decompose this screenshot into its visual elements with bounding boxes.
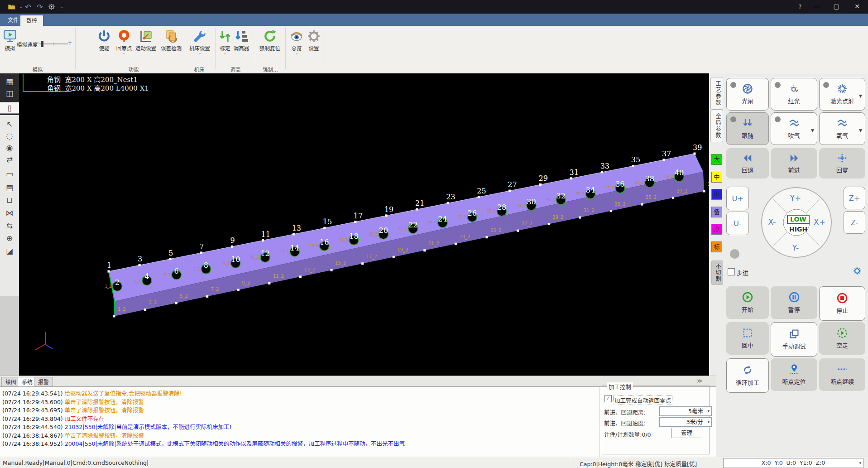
cursor-icon[interactable]: ↖	[0, 119, 19, 130]
svg-text:17_2: 17_2	[339, 238, 348, 242]
dropdown-caret-icon[interactable]: ▼	[811, 128, 814, 133]
layer-swatch-1[interactable]: 大	[711, 154, 722, 165]
manage-button[interactable]: 管理	[671, 428, 702, 438]
circle-tool-icon[interactable]: ◉	[0, 142, 19, 153]
settings-gear-icon[interactable]	[47, 2, 56, 11]
simulate-button[interactable]: 模拟	[2, 29, 18, 52]
layer-swatch-4[interactable]: 备	[711, 207, 722, 217]
control-dashplay-button[interactable]: 空走	[819, 322, 865, 355]
layer-swatch-3[interactable]: 小	[711, 189, 722, 200]
ribbon-button-gear[interactable]: 设置	[300, 29, 327, 52]
control-stop-button[interactable]: 停止	[819, 286, 865, 321]
motion-movecross-button[interactable]: 回零	[819, 148, 865, 179]
jog-u-plus-button[interactable]: U+	[726, 187, 749, 210]
motion-fwd-button[interactable]: 前进	[771, 148, 817, 179]
auto-return-label[interactable]: 加工完成自动返回零点	[613, 396, 672, 405]
mirror-icon[interactable]: ⋈	[0, 207, 19, 218]
dropdown-caret-icon[interactable]: ⌄	[224, 52, 227, 55]
layer-swatch-6[interactable]: 标	[711, 241, 722, 252]
jog-speed-low-toggle[interactable]: LOW	[787, 215, 810, 224]
grid-view-icon[interactable]: ▦	[0, 76, 19, 87]
measure-icon[interactable]: ▯	[0, 102, 19, 113]
gear-dropdown-icon[interactable]: ⌄	[57, 2, 66, 11]
undo-icon[interactable]: ↶	[24, 2, 33, 11]
dashes-icon[interactable]: ▤	[0, 182, 19, 193]
jog-z-minus-button[interactable]: Z-	[844, 211, 865, 234]
status-coords-select[interactable]: X:0 Y:0 U:0 Y1:0 Z:0 ▾	[723, 458, 863, 468]
ribbon-button-wrench[interactable]: 机床设置⌄	[186, 29, 213, 55]
dropdown-caret-icon[interactable]: ▼	[859, 128, 862, 133]
merge-arrows-icon[interactable]: ⇄	[0, 154, 19, 165]
control-loop-button[interactable]: 循环加工	[726, 358, 769, 393]
log-expand-icon[interactable]: ≫	[696, 377, 703, 384]
close-button[interactable]: ✕	[849, 0, 865, 13]
jog-y-plus-button[interactable]: Y+	[790, 193, 801, 203]
tab-no-cut[interactable]: 不切割	[711, 261, 723, 285]
jog-x-plus-button[interactable]: X+	[814, 217, 825, 227]
ribbon-button-err[interactable]: 误差检测	[158, 29, 185, 52]
control-dashrect-button[interactable]: 回中	[726, 322, 769, 355]
retreat-distance-select[interactable]: 5毫米	[659, 406, 712, 416]
dropdown-caret-icon[interactable]: ⌄	[123, 52, 126, 55]
open-file-icon[interactable]	[7, 2, 16, 11]
sim-speed-slider-track[interactable]	[39, 43, 68, 44]
jog-y-minus-button[interactable]: Y-	[792, 243, 799, 252]
jog-u-minus-button[interactable]: U-	[726, 212, 749, 235]
tab-nc[interactable]: 数控	[20, 15, 43, 26]
layer-swatch-2[interactable]: 中	[711, 172, 722, 183]
ribbon-group-label: 强制...	[263, 66, 278, 73]
layer-swatch-5[interactable]: 点	[711, 224, 722, 235]
toggle-aperture-0[interactable]: 光闸	[726, 78, 769, 111]
toggle-wind-5[interactable]: 氧气▼	[819, 112, 865, 145]
cube-3d-icon[interactable]: ◫	[0, 88, 19, 99]
ribbon-button-reset[interactable]: 强制复位	[256, 29, 283, 52]
control-pin-button[interactable]: 断点定位	[771, 358, 817, 391]
svg-text:36: 36	[615, 180, 624, 188]
align-split-icon[interactable]: ⇆	[0, 220, 19, 231]
svg-text:21_2: 21_2	[398, 227, 407, 231]
rectangle-icon[interactable]: ▭	[0, 169, 19, 179]
toggle-arr2down-3[interactable]: 跟随	[726, 112, 769, 145]
ribbon-button-motion[interactable]: 运动设置	[132, 29, 159, 52]
viewport-3d[interactable]: 角钢 宽200 X 高200_Nest1 角钢 宽200 X 高200 L400…	[19, 73, 709, 376]
maximize-button[interactable]: ▢	[829, 0, 844, 13]
viewport-corner-mark-v	[23, 74, 24, 91]
jog-settings-gear-icon[interactable]	[853, 267, 861, 275]
motion-rew-button[interactable]: 回退	[726, 148, 769, 179]
eraser-icon[interactable]: ◪	[0, 246, 19, 256]
control-dashline-button[interactable]: 断点继续	[819, 358, 865, 391]
toggle-burst-2[interactable]: 激光点射▼	[819, 78, 865, 111]
toggle-sun-1[interactable]: 红光	[771, 78, 817, 111]
ribbon-group-divider	[325, 28, 325, 69]
dropdown-caret-icon[interactable]: ▼	[859, 94, 862, 98]
svg-text:4: 4	[144, 272, 149, 281]
help-button[interactable]: ?	[792, 0, 808, 13]
move-cross-icon[interactable]: ⊕	[0, 233, 19, 244]
dashed-circle-icon[interactable]: ◌	[0, 130, 19, 141]
retreat-speed-select[interactable]: 3米/分	[659, 417, 712, 427]
ribbon-button-height[interactable]: 调高器	[228, 29, 255, 52]
clamp-icon[interactable]: ⊔	[0, 195, 19, 206]
wind-icon	[837, 118, 848, 129]
minimize-button[interactable]: —	[809, 0, 824, 13]
tab-process-params[interactable]: 工艺参数	[710, 77, 723, 110]
log-tab-alarm[interactable]: 报警	[34, 377, 53, 387]
sim-speed-slider-handle[interactable]	[41, 41, 43, 47]
jog-speed-high-toggle[interactable]: HIGH	[789, 226, 807, 233]
arr2down-icon	[742, 118, 753, 129]
sim-speed-minus[interactable]: −	[34, 39, 39, 46]
tab-global-params[interactable]: 全局参数	[710, 110, 723, 142]
control-pause-button[interactable]: 暂停	[771, 286, 817, 319]
svg-text:5_2: 5_2	[164, 273, 170, 277]
sim-speed-plus[interactable]: +	[67, 39, 72, 46]
toggle-wind-4[interactable]: 吹气▼	[771, 112, 817, 145]
redo-icon[interactable]: ↷	[35, 2, 44, 11]
dropdown-caret-icon[interactable]: ⌄	[198, 52, 201, 55]
dropdown-caret-icon[interactable]: ⌄	[295, 52, 298, 55]
jog-z-plus-button[interactable]: Z+	[844, 187, 865, 209]
jog-x-minus-button[interactable]: X-	[768, 217, 776, 227]
control-layers2-button[interactable]: 手动调试	[771, 322, 817, 357]
auto-return-checkbox[interactable]: ✓	[604, 395, 612, 402]
step-checkbox[interactable]	[728, 268, 735, 275]
control-play-button[interactable]: 开始	[726, 286, 769, 319]
